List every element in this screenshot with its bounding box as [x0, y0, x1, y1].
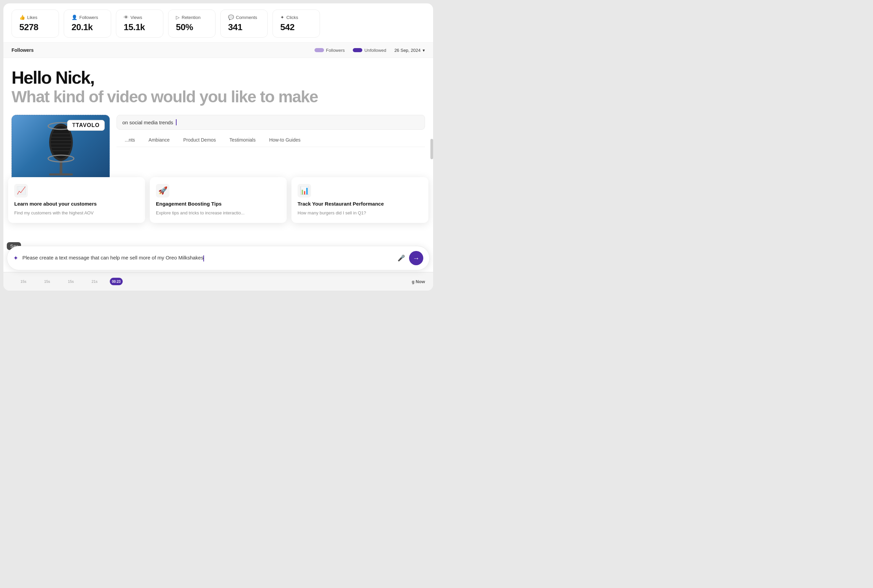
suggestion-cards-container: 📈 Learn more about your customers Find m… [8, 177, 428, 223]
tab-product-demos[interactable]: Product Demos [177, 134, 222, 147]
chat-input-container: ✦ Please create a text message that can … [7, 246, 430, 270]
stat-value-comments: 341 [228, 22, 260, 33]
performance-icon: 📊 [298, 184, 311, 198]
stat-label-followers: 👤 Followers [72, 15, 104, 20]
timeline-playhead[interactable]: 00:23 [110, 278, 123, 285]
send-button[interactable]: → [409, 251, 423, 265]
comments-icon: 💬 [228, 15, 234, 20]
main-card: 👍 Likes 5278 👤 Followers 20.1k 👁 Views 1… [3, 3, 433, 291]
suggestion-card-customers[interactable]: 📈 Learn more about your customers Find m… [8, 177, 145, 223]
timeline-markers: 15s 15s 15s 21s 26s 00:23 [12, 279, 405, 284]
mic-image: TTAVOLO [12, 115, 110, 183]
stat-card-retention: ▷ Retention 50% [168, 9, 216, 38]
performance-desc: How many burgers did I sell in Q1? [298, 210, 422, 216]
timeline-tick-2: 15s [35, 279, 59, 284]
stat-value-followers: 20.1k [72, 22, 104, 33]
tab-announcements[interactable]: ...nts [118, 134, 142, 147]
timeline-tick-3: 15s [59, 279, 83, 284]
svg-point-1 [51, 126, 71, 159]
engagement-desc: Explore tips and tricks to increase inte… [156, 210, 281, 216]
stat-card-views: 👁 Views 15.1k [116, 9, 163, 38]
stat-label-views: 👁 Views [124, 15, 156, 20]
clicks-icon: ✦ [280, 15, 284, 20]
stat-card-comments: 💬 Comments 341 [220, 9, 268, 38]
followers-icon: 👤 [72, 15, 77, 20]
performance-title: Track Your Restaurant Performance [298, 201, 422, 207]
unfollowed-legend-dot [353, 48, 362, 52]
timeline-tick-4: 21s [83, 279, 107, 284]
stat-card-likes: 👍 Likes 5278 [12, 9, 59, 38]
stat-value-likes: 5278 [19, 22, 51, 33]
text-cursor [176, 119, 177, 125]
right-content-panel: on social media trends ...nts Ambiance P… [117, 115, 425, 183]
hero-section: Hello Nick, What kind of video would you… [3, 58, 433, 110]
customers-title: Learn more about your customers [14, 201, 139, 207]
chat-cursor [203, 255, 204, 261]
timeline-bar: 15s 15s 15s 21s 26s 00:23 g Now [3, 272, 433, 291]
likes-icon: 👍 [19, 15, 25, 20]
timeline-tick-1: 15s [12, 279, 35, 284]
followers-section-title: Followers [12, 47, 33, 53]
mic-input-icon[interactable]: 🎤 [398, 254, 405, 262]
stat-value-clicks: 542 [280, 22, 312, 33]
hero-subtitle: What kind of video would you like to mak… [12, 87, 425, 106]
sparkle-icon: ✦ [13, 254, 18, 262]
input-text: on social media trends [122, 120, 173, 125]
engagement-title: Engagement Boosting Tips [156, 201, 281, 207]
chat-input-field[interactable]: Please create a text message that can he… [23, 255, 394, 261]
retention-icon: ▷ [176, 15, 180, 20]
followers-legend-dot [314, 48, 324, 52]
stat-card-followers: 👤 Followers 20.1k [64, 9, 111, 38]
stat-label-clicks: ✦ Clicks [280, 15, 312, 20]
tavolo-badge: TTAVOLO [67, 120, 105, 131]
stat-value-retention: 50% [176, 22, 208, 33]
suggestion-card-engagement[interactable]: 🚀 Engagement Boosting Tips Explore tips … [150, 177, 287, 223]
legend-unfollowed: Unfollowed [353, 48, 386, 53]
send-arrow-icon: → [413, 254, 419, 262]
now-playing-label: g Now [412, 279, 425, 284]
customers-icon: 📈 [14, 184, 28, 198]
views-icon: 👁 [124, 15, 128, 20]
customers-desc: Find my customers with the highest AOV [14, 210, 139, 216]
svg-rect-8 [60, 161, 62, 174]
tab-how-to-guides[interactable]: How-to Guides [262, 134, 307, 147]
hero-greeting: Hello Nick, [12, 68, 425, 87]
followers-header: Followers Followers Unfollowed 26 Sep, 2… [3, 43, 433, 58]
stat-card-clicks: ✦ Clicks 542 [272, 9, 320, 38]
scroll-indicator[interactable] [430, 139, 433, 159]
stat-label-comments: 💬 Comments [228, 15, 260, 20]
stats-bar: 👍 Likes 5278 👤 Followers 20.1k 👁 Views 1… [3, 3, 433, 43]
legend-followers: Followers [314, 48, 345, 53]
stat-label-retention: ▷ Retention [176, 15, 208, 20]
category-tabs: ...nts Ambiance Product Demos Testimonia… [117, 134, 425, 147]
tab-testimonials[interactable]: Testimonials [222, 134, 262, 147]
video-topic-input[interactable]: on social media trends [117, 115, 425, 130]
svg-rect-9 [49, 173, 73, 176]
tab-ambiance[interactable]: Ambiance [142, 134, 176, 147]
suggestion-card-performance[interactable]: 📊 Track Your Restaurant Performance How … [292, 177, 428, 223]
engagement-icon: 🚀 [156, 184, 170, 198]
stat-value-views: 15.1k [124, 22, 156, 33]
date-filter[interactable]: 26 Sep, 2024 ▾ [394, 48, 425, 53]
stat-label-likes: 👍 Likes [19, 15, 51, 20]
chevron-down-icon: ▾ [422, 48, 425, 53]
video-area: TTAVOLO on social media trends ...nts Am… [3, 115, 433, 183]
